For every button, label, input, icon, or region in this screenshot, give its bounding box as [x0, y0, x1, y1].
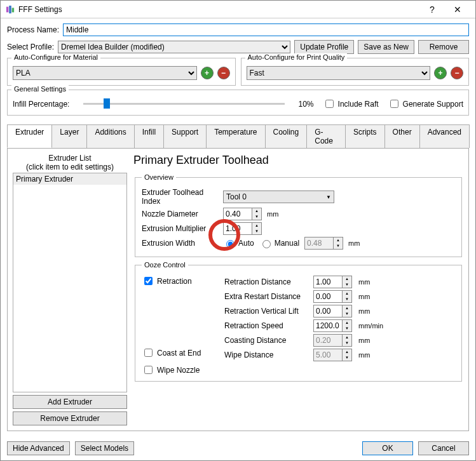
hide-advanced-button[interactable]: Hide Advanced — [7, 441, 70, 455]
infill-percentage-value: 10% — [299, 100, 314, 109]
overview-group: Overview Extruder Toolhead Index Tool 0▼… — [135, 173, 462, 257]
auto-configure-material-group: Auto-Configure for Material PLA + − — [7, 58, 236, 86]
select-profile-label: Select Profile: — [7, 43, 54, 51]
tab-layer[interactable]: Layer — [51, 124, 87, 148]
material-combo[interactable]: PLA — [13, 66, 197, 80]
coast-checkbox[interactable]: Coast at End — [142, 347, 212, 359]
help-button[interactable]: ? — [419, 4, 445, 15]
tab-infill[interactable]: Infill — [134, 124, 164, 148]
extrusion-width-manual-radio[interactable]: Manual — [259, 238, 299, 248]
vertical-lift-label: Retraction Vertical Lift — [224, 307, 307, 316]
list-item[interactable]: Primary Extruder — [13, 173, 126, 185]
select-profile-combo[interactable]: Dremel Idea Builder (modified) — [58, 41, 290, 53]
tab-extruder[interactable]: Extruder — [7, 124, 52, 148]
svg-rect-0 — [6, 6, 9, 12]
tab-support[interactable]: Support — [163, 124, 207, 148]
close-button[interactable]: ✕ — [445, 4, 470, 15]
tab-temperature[interactable]: Temperature — [206, 124, 265, 148]
infill-percentage-label: Infill Percentage: — [13, 100, 69, 109]
infill-slider-thumb[interactable] — [104, 98, 110, 109]
extrusion-multiplier-label: Extrusion Multiplier — [142, 224, 218, 233]
chevron-down-icon: ▼ — [326, 194, 331, 200]
update-profile-button[interactable]: Update Profile — [294, 40, 354, 54]
ooze-legend: Ooze Control — [142, 261, 188, 269]
auto-material-title: Auto-Configure for Material — [11, 53, 100, 61]
extrusion-multiplier-spinner[interactable]: ▲▼ — [223, 222, 262, 235]
auto-configure-quality-group: Auto-Configure for Print Quality Fast + … — [241, 58, 470, 86]
extruder-panel: Primary Extruder Toolhead Overview Extru… — [133, 154, 463, 425]
tab-cooling[interactable]: Cooling — [265, 124, 308, 148]
svg-rect-1 — [9, 5, 11, 13]
wipe-distance-label: Wipe Distance — [224, 351, 307, 359]
extruder-list-column: Extruder List (click item to edit settin… — [13, 154, 127, 425]
select-models-button[interactable]: Select Models — [75, 441, 134, 455]
process-name-label: Process Name: — [7, 25, 59, 34]
tab-additions[interactable]: Additions — [86, 124, 134, 148]
retraction-speed-spinner[interactable]: ▲▼ — [313, 319, 352, 332]
coasting-distance-spinner[interactable]: ▲▼ — [313, 334, 352, 347]
generate-support-checkbox[interactable]: Generate Support — [388, 98, 463, 110]
general-settings-title: General Settings — [11, 85, 69, 93]
app-icon — [6, 5, 15, 14]
cancel-button[interactable]: Cancel — [418, 441, 469, 455]
extrusion-width-auto-radio[interactable]: Auto — [223, 238, 254, 248]
wipe-distance-spinner[interactable]: ▲▼ — [313, 349, 352, 361]
vertical-lift-spinner[interactable]: ▲▼ — [313, 305, 352, 317]
coasting-distance-label: Coasting Distance — [224, 336, 307, 345]
infill-slider[interactable] — [78, 103, 289, 105]
nozzle-diameter-unit: mm — [267, 210, 278, 218]
tab-scripts[interactable]: Scripts — [345, 124, 385, 148]
extruder-heading: Primary Extruder Toolhead — [133, 154, 463, 167]
retraction-distance-spinner[interactable]: ▲▼ — [313, 276, 352, 288]
extrusion-width-label: Extrusion Width — [142, 239, 218, 248]
extrusion-width-unit: mm — [348, 239, 360, 247]
extruder-list-header: Extruder List (click item to edit settin… — [13, 154, 127, 171]
svg-rect-2 — [12, 8, 15, 12]
toolhead-index-label: Extruder Toolhead Index — [142, 188, 218, 206]
extra-restart-spinner[interactable]: ▲▼ — [313, 290, 352, 303]
remove-extruder-button[interactable]: Remove Extruder — [13, 411, 127, 425]
quality-combo[interactable]: Fast — [247, 66, 431, 80]
nozzle-diameter-label: Nozzle Diameter — [142, 210, 218, 218]
remove-material-button[interactable]: − — [217, 67, 230, 79]
toolhead-index-combo[interactable]: Tool 0▼ — [223, 190, 334, 203]
include-raft-checkbox[interactable]: Include Raft — [323, 98, 379, 110]
window-title: FFF Settings — [18, 5, 419, 14]
add-material-button[interactable]: + — [201, 67, 214, 79]
settings-tabs: Extruder Layer Additions Infill Support … — [7, 124, 469, 431]
remove-profile-button[interactable]: Remove — [418, 40, 469, 54]
wipe-checkbox[interactable]: Wipe Nozzle — [142, 364, 212, 376]
tab-gcode[interactable]: G-Code — [306, 124, 346, 148]
tab-advanced[interactable]: Advanced — [419, 124, 470, 148]
process-name-input[interactable] — [63, 23, 469, 36]
extruder-list[interactable]: Primary Extruder — [13, 173, 127, 392]
retraction-checkbox[interactable]: Retraction — [142, 275, 212, 287]
ok-button[interactable]: OK — [362, 441, 413, 455]
remove-quality-button[interactable]: − — [451, 67, 463, 79]
save-as-new-button[interactable]: Save as New — [358, 40, 414, 54]
titlebar: FFF Settings ? ✕ — [1, 1, 475, 18]
overview-legend: Overview — [142, 173, 176, 181]
extrusion-width-manual-spinner[interactable]: ▲▼ — [304, 237, 343, 250]
tabstrip: Extruder Layer Additions Infill Support … — [7, 124, 469, 149]
footer: Hide Advanced Select Models OK Cancel — [1, 436, 475, 460]
add-extruder-button[interactable]: Add Extruder — [13, 395, 127, 409]
ooze-control-group: Ooze Control Retraction Coast at End Wip… — [135, 261, 462, 382]
retraction-distance-label: Retraction Distance — [224, 277, 307, 286]
auto-quality-title: Auto-Configure for Print Quality — [245, 53, 348, 61]
general-settings-group: General Settings Infill Percentage: 10% … — [7, 90, 469, 116]
nozzle-diameter-spinner[interactable]: ▲▼ — [223, 208, 262, 220]
tab-other[interactable]: Other — [384, 124, 420, 148]
retraction-speed-label: Retraction Speed — [224, 321, 307, 330]
extra-restart-label: Extra Restart Distance — [224, 292, 307, 301]
add-quality-button[interactable]: + — [434, 67, 447, 79]
